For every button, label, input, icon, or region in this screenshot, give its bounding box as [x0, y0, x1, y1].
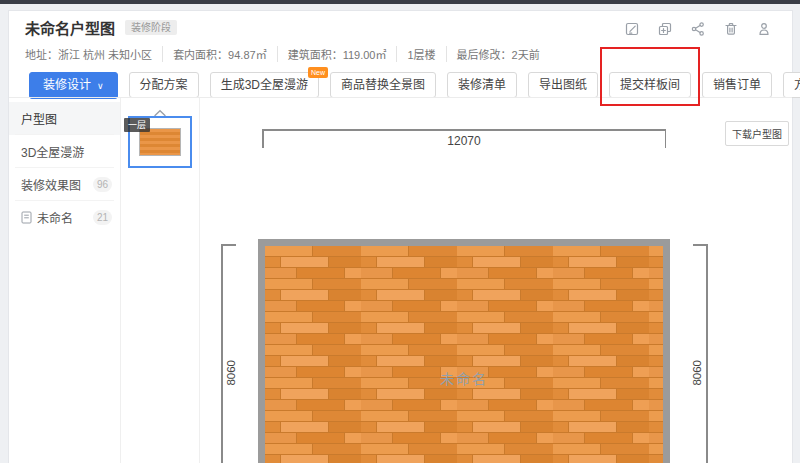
duplicate-icon[interactable] — [657, 21, 673, 37]
decorate-list-button[interactable]: 装修清单 — [447, 72, 517, 98]
download-floorplan-button[interactable]: 下载户型图 — [725, 121, 789, 146]
sidebar-item-3d-tour[interactable]: 3D全屋漫游 — [9, 135, 120, 168]
generate-3d-tour-label: 生成3D全屋漫游 — [221, 78, 308, 92]
sidebar-item-floorplan[interactable]: 户型图 — [9, 102, 120, 135]
collapse-up-icon[interactable] — [153, 103, 167, 111]
floorplan-canvas[interactable]: 下载户型图 12070 8060 8060 — [200, 98, 792, 463]
header-actions — [624, 21, 772, 37]
page-title: 未命名户型图 — [25, 17, 115, 38]
share-icon[interactable] — [690, 21, 706, 37]
chevron-down-icon: ∨ — [97, 81, 104, 91]
wood-floor-texture — [265, 246, 663, 463]
meta-modified: 最后修改：2天前 — [446, 46, 550, 62]
meta-address: 地址：浙江 杭州 未知小区 — [25, 46, 162, 62]
sidebar-item-label: 未命名 — [37, 209, 73, 226]
meta-inner-area: 套内面积：94.87㎡ — [162, 46, 277, 62]
sidebar-item-renderings[interactable]: 装修效果图 96 — [9, 168, 120, 201]
export-drawing-button[interactable]: 导出图纸 — [528, 72, 598, 98]
owner-icon[interactable] — [756, 21, 772, 37]
sidebar-item-label: 装修效果图 — [21, 176, 81, 193]
sidebar: 户型图 3D全屋漫游 装修效果图 96 未命名 21 — [9, 98, 121, 463]
dimension-tick — [262, 129, 264, 148]
meta-floors: 1层楼 — [396, 46, 445, 62]
sales-order-button[interactable]: 销售订单 — [702, 72, 772, 98]
floor-thumbnail-preview — [139, 128, 181, 156]
toolbar: 装修设计∨ 分配方案 生成3D全屋漫游 New 商品替换全景图 装修清单 导出图… — [29, 72, 776, 98]
dimension-tick — [665, 129, 667, 148]
sidebar-item-label: 户型图 — [21, 110, 57, 127]
floorplan-room[interactable]: 未命名 — [258, 239, 670, 463]
floor-thumbnail-panel: 一层 — [121, 98, 200, 463]
dimension-line-left — [221, 244, 223, 463]
dimension-line-right — [706, 244, 708, 463]
sidebar-item-unnamed[interactable]: 未命名 21 — [9, 201, 120, 234]
stage-badge: 装修阶段 — [125, 20, 177, 35]
app-card: 未命名户型图 装修阶段 地址：浙江 杭州 未知小区 套内面积：94.87㎡ 建 — [8, 10, 793, 463]
decorate-design-label: 装修设计 — [43, 78, 91, 92]
plan-meta: 地址：浙江 杭州 未知小区 套内面积：94.87㎡ 建筑面积：119.00㎡ 1… — [25, 46, 776, 62]
submit-showroom-label: 提交样板间 — [620, 78, 680, 92]
count-badge: 21 — [93, 210, 112, 225]
dimension-label-right: 8060 — [691, 360, 703, 386]
content: 户型图 3D全屋漫游 装修效果图 96 未命名 21 — [9, 97, 792, 463]
sidebar-item-label: 3D全屋漫游 — [21, 143, 84, 160]
assign-plan-button[interactable]: 分配方案 — [129, 72, 199, 98]
new-badge: New — [308, 67, 328, 78]
decorate-design-button[interactable]: 装修设计∨ — [29, 72, 118, 99]
plan-category-button[interactable]: 方案分类 — [783, 72, 800, 98]
count-badge: 96 — [93, 177, 112, 192]
meta-build-area: 建筑面积：119.00㎡ — [277, 46, 397, 62]
dimension-line — [262, 129, 666, 131]
delete-icon[interactable] — [723, 21, 739, 37]
dimension-tick — [221, 244, 236, 246]
dimension-label-left: 8060 — [225, 360, 237, 386]
browser-chrome-strip — [0, 0, 800, 4]
document-icon — [21, 211, 32, 224]
submit-showroom-button[interactable]: 提交样板间 — [609, 72, 691, 98]
edit-note-icon[interactable] — [624, 21, 640, 37]
generate-3d-tour-button[interactable]: 生成3D全屋漫游 New — [210, 72, 319, 98]
floor-tag: 一层 — [124, 118, 150, 132]
header: 未命名户型图 装修阶段 地址：浙江 杭州 未知小区 套内面积：94.87㎡ 建 — [9, 11, 792, 98]
room-name-label: 未命名 — [265, 368, 663, 388]
dimension-tick — [693, 244, 708, 246]
replace-product-pano-button[interactable]: 商品替换全景图 — [330, 72, 436, 98]
dimension-label-top: 12070 — [262, 134, 666, 148]
dimension-top: 12070 — [262, 129, 666, 148]
